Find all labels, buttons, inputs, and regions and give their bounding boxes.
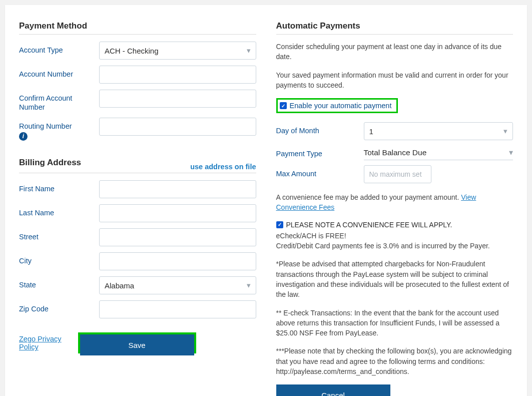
payment-type-label: Payment Type — [276, 145, 364, 158]
routing-number-input[interactable] — [99, 118, 256, 136]
account-number-input[interactable] — [99, 66, 256, 84]
routing-number-label: Routing Number i — [19, 118, 99, 141]
chargeback-text: *Please be advised that attempted charge… — [276, 259, 513, 299]
first-name-label: First Name — [19, 180, 99, 193]
automatic-payments-column: Automatic Payments Consider scheduling y… — [276, 10, 513, 396]
payment-type-select[interactable]: Total Balance Due ▾ — [364, 145, 513, 160]
account-type-value: ACH - Checking — [105, 47, 159, 55]
city-label: City — [19, 252, 99, 265]
payment-type-value: Total Balance Due — [364, 148, 427, 157]
cc-fee-text: Credit/Debit Card payments fee is 3.0% a… — [276, 241, 513, 251]
echeck-text: ** E-check Transactions: In the event th… — [276, 308, 513, 338]
city-input[interactable] — [99, 252, 256, 270]
payment-method-heading: Payment Method — [19, 21, 256, 31]
day-of-month-select[interactable]: 1 ▾ — [364, 122, 513, 140]
last-name-input[interactable] — [99, 204, 256, 222]
state-select[interactable]: Alabama ▾ — [99, 276, 256, 294]
max-amount-input[interactable]: No maximum set — [364, 165, 431, 183]
divider — [19, 34, 256, 35]
enable-auto-checkbox[interactable]: ✓ — [280, 102, 287, 109]
fee-text: A convenience fee may be added to your p… — [276, 193, 461, 201]
advice-text-1: Consider scheduling your payment at leas… — [276, 42, 513, 62]
payment-method-column: Payment Method Account Type ACH - Checki… — [19, 10, 256, 396]
state-label: State — [19, 276, 99, 289]
chevron-down-icon: ▾ — [503, 127, 507, 136]
info-icon[interactable]: i — [19, 132, 28, 141]
enable-auto-label: Enable your automatic payment — [290, 102, 392, 110]
divider — [276, 34, 513, 35]
confirm-account-input[interactable] — [99, 90, 256, 108]
account-type-label: Account Type — [19, 42, 99, 55]
last-name-label: Last Name — [19, 204, 99, 217]
chevron-down-icon: ▾ — [247, 281, 251, 290]
day-of-month-label: Day of Month — [276, 122, 364, 135]
save-highlight: Save — [78, 332, 196, 353]
automatic-payments-heading: Automatic Payments — [276, 21, 513, 31]
zego-privacy-link[interactable]: Zego Privacy Policy — [19, 335, 78, 351]
account-number-label: Account Number — [19, 66, 99, 79]
ach-free-text: eCheck/ACH is FREE! — [276, 231, 513, 241]
divider — [19, 173, 256, 173]
agree-checkbox[interactable]: ✓ — [276, 221, 283, 228]
max-amount-label: Max Amount — [276, 165, 364, 178]
state-value: Alabama — [105, 281, 134, 290]
chevron-down-icon: ▾ — [247, 46, 251, 55]
first-name-input[interactable] — [99, 180, 256, 198]
street-input[interactable] — [99, 228, 256, 246]
chevron-down-icon: ▾ — [509, 148, 513, 157]
enable-auto-highlight: ✓ Enable your automatic payment — [276, 98, 398, 113]
zip-input[interactable] — [99, 300, 256, 318]
account-type-select[interactable]: ACH - Checking ▾ — [99, 42, 256, 60]
confirm-account-label: Confirm Account Number — [19, 90, 99, 112]
cancel-button[interactable]: Cancel — [276, 384, 390, 396]
street-label: Street — [19, 228, 99, 241]
agree-label: PLEASE NOTE A CONVENIENCE FEE WILL APPLY… — [286, 221, 452, 229]
billing-address-heading: Billing Address — [19, 158, 81, 168]
use-address-link[interactable]: use address on file — [190, 163, 256, 171]
advice-text-2: Your saved payment information must be v… — [276, 70, 513, 91]
day-of-month-value: 1 — [369, 127, 373, 136]
terms-text: ***Please note that by checking the foll… — [276, 346, 513, 376]
save-button[interactable]: Save — [80, 334, 194, 355]
zip-label: Zip Code — [19, 300, 99, 313]
